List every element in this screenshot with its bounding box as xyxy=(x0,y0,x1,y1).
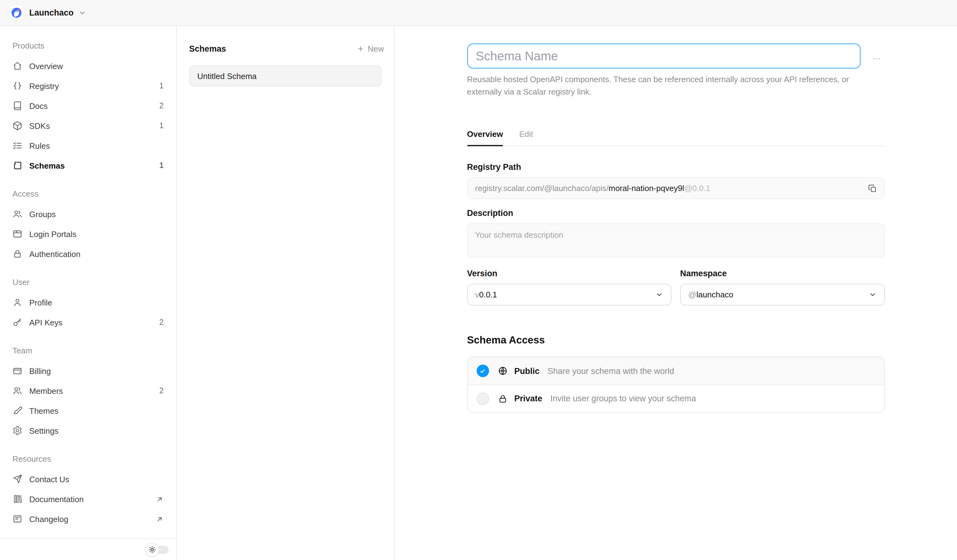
sidebar-item-label: Schemas xyxy=(29,161,65,170)
wallet-icon xyxy=(13,366,22,376)
namespace-label: Namespace xyxy=(680,269,884,278)
globe-icon xyxy=(497,366,507,376)
sidebar-section-user: User xyxy=(0,276,176,287)
radio-private[interactable] xyxy=(476,393,489,405)
braces-icon xyxy=(13,81,22,91)
schema-name-input[interactable] xyxy=(467,44,860,68)
namespace-value: launchaco xyxy=(696,290,733,300)
radio-public[interactable] xyxy=(476,365,489,377)
tab-edit[interactable]: Edit xyxy=(519,130,533,146)
sidebar-item-rules[interactable]: Rules xyxy=(0,136,176,156)
sidebar-section-resources: Resources xyxy=(0,453,176,464)
main-area: … Reusable hosted OpenAPI components. Th… xyxy=(395,26,957,560)
sidebar: ProductsOverviewRegistry1Docs2SDKs1Rules… xyxy=(0,26,177,560)
schema-name-row: … xyxy=(467,44,884,68)
sidebar-item-label: Themes xyxy=(29,406,58,415)
sidebar-item-billing[interactable]: Billing xyxy=(0,361,176,381)
sidebar-section-team: Team xyxy=(0,345,176,356)
gear-icon xyxy=(13,426,22,435)
workspace-switcher[interactable]: Launchaco xyxy=(9,5,87,21)
sidebar-item-settings[interactable]: Settings xyxy=(0,421,176,440)
sidebar-item-login-portals[interactable]: Login Portals xyxy=(0,224,176,244)
sidebar-item-authentication[interactable]: Authentication xyxy=(0,244,176,264)
access-option-label: Private xyxy=(514,394,542,404)
sidebar-item-sdks[interactable]: SDKs1 xyxy=(0,116,176,136)
workspace-name: Launchaco xyxy=(29,8,74,17)
chevron-down-icon xyxy=(79,9,87,17)
users-icon xyxy=(13,386,22,396)
sidebar-item-label: Login Portals xyxy=(29,229,77,239)
sidebar-item-docs[interactable]: Docs2 xyxy=(0,96,176,116)
external-link-icon xyxy=(156,515,164,523)
send-icon xyxy=(13,474,22,484)
library-icon xyxy=(13,494,22,504)
lock-icon xyxy=(13,249,22,259)
window-icon xyxy=(13,229,22,239)
sidebar-item-groups[interactable]: Groups xyxy=(0,204,176,224)
version-field: Version v0.0.1 xyxy=(467,269,671,306)
sidebar-item-themes[interactable]: Themes xyxy=(0,401,176,421)
registry-path-prefix: registry.scalar.com/@launchaco/apis/ xyxy=(475,184,608,193)
schema-list-item[interactable]: Untitled Schema xyxy=(189,65,381,87)
sidebar-item-label: Settings xyxy=(29,426,58,435)
schema-list: Untitled Schema xyxy=(189,65,385,87)
access-option-private[interactable]: PrivateInvite user groups to view your s… xyxy=(467,385,884,412)
version-prefix: v xyxy=(475,290,479,300)
tab-overview[interactable]: Overview xyxy=(467,130,503,146)
theme-toggle[interactable] xyxy=(145,542,169,557)
chevron-down-icon xyxy=(869,291,876,299)
sidebar-item-profile[interactable]: Profile xyxy=(0,292,176,312)
sidebar-nav: ProductsOverviewRegistry1Docs2SDKs1Rules… xyxy=(0,26,176,538)
registry-path-box: registry.scalar.com/@launchaco/apis/mora… xyxy=(467,178,884,199)
key-icon xyxy=(13,317,22,327)
access-option-public[interactable]: PublicShare your schema with the world xyxy=(467,358,884,385)
sidebar-item-api-keys[interactable]: API Keys2 xyxy=(0,312,176,332)
new-schema-button[interactable]: New xyxy=(355,43,385,54)
count-badge: 1 xyxy=(159,121,164,130)
unicorn-logo-icon xyxy=(9,5,24,21)
version-namespace-row: Version v0.0.1 Namespace @launchaco xyxy=(467,269,884,306)
sidebar-item-overview[interactable]: Overview xyxy=(0,56,176,76)
version-select[interactable]: v0.0.1 xyxy=(467,284,671,306)
note-icon xyxy=(13,514,22,524)
registry-path-version: @0.0.1 xyxy=(684,184,710,193)
schemas-panel: Schemas New Untitled Schema xyxy=(177,26,395,560)
sidebar-item-registry[interactable]: Registry1 xyxy=(0,76,176,96)
sidebar-item-label: Contact Us xyxy=(29,475,69,484)
lock-icon xyxy=(497,394,507,404)
sidebar-item-label: Registry xyxy=(29,81,59,90)
registry-path-slug: moral-nation-pqvey9l xyxy=(608,184,684,193)
sidebar-item-contact-us[interactable]: Contact Us xyxy=(0,469,176,489)
sun-icon xyxy=(145,542,159,557)
namespace-select[interactable]: @launchaco xyxy=(680,284,884,306)
version-label: Version xyxy=(467,269,671,278)
schema-access-title: Schema Access xyxy=(467,334,884,346)
sidebar-item-members[interactable]: Members2 xyxy=(0,381,176,401)
sidebar-item-label: Rules xyxy=(29,141,50,150)
description-label: Description xyxy=(467,209,884,218)
schema-icon xyxy=(13,161,22,170)
sidebar-item-changelog[interactable]: Changelog xyxy=(0,509,176,529)
access-option-description: Share your schema with the world xyxy=(548,366,674,376)
app-root: Launchaco ProductsOverviewRegistry1Docs2… xyxy=(0,0,957,560)
access-option-description: Invite user groups to view your schema xyxy=(550,394,696,404)
count-badge: 1 xyxy=(159,82,164,90)
chevron-down-icon xyxy=(655,291,663,299)
schema-access-card: PublicShare your schema with the worldPr… xyxy=(467,357,884,413)
book-icon xyxy=(13,101,22,111)
count-badge: 2 xyxy=(159,386,164,395)
home-icon xyxy=(13,61,22,71)
sidebar-item-label: Documentation xyxy=(29,494,84,504)
count-badge: 1 xyxy=(159,161,164,170)
sidebar-item-label: Overview xyxy=(29,61,63,71)
sidebar-item-label: Authentication xyxy=(29,249,81,259)
more-options-button[interactable]: … xyxy=(870,50,884,62)
sidebar-item-schemas[interactable]: Schemas1 xyxy=(0,156,176,175)
external-link-icon xyxy=(156,495,164,503)
description-textarea[interactable] xyxy=(467,224,884,258)
copy-icon[interactable] xyxy=(868,184,876,193)
sidebar-item-documentation[interactable]: Documentation xyxy=(0,489,176,509)
schemas-panel-header: Schemas New xyxy=(189,42,385,55)
app-shell: ProductsOverviewRegistry1Docs2SDKs1Rules… xyxy=(0,26,957,560)
topbar: Launchaco xyxy=(0,0,957,26)
